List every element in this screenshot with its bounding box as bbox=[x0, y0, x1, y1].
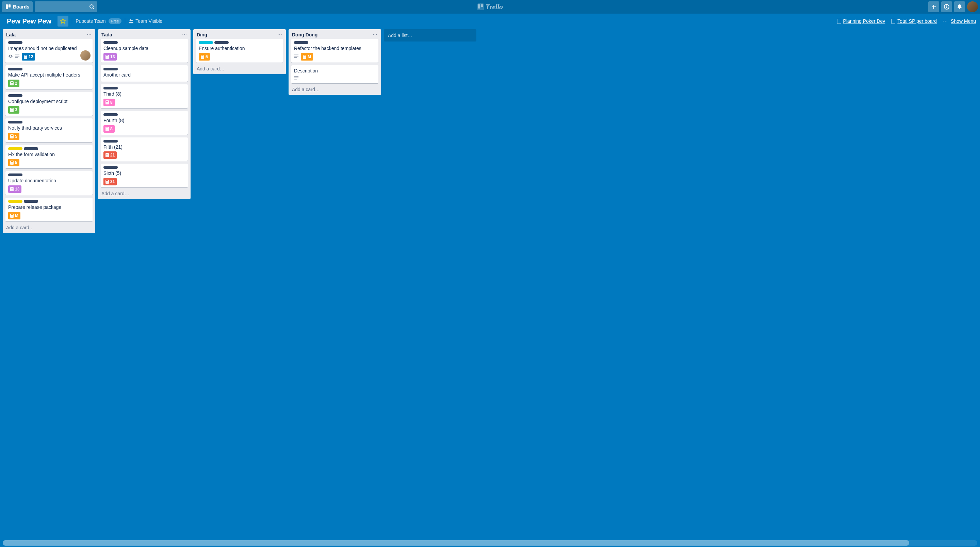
board-canvas[interactable]: Lala⋯Images should not be duplicated12Ma… bbox=[0, 29, 980, 540]
label-black[interactable] bbox=[8, 94, 22, 97]
card[interactable]: Another card bbox=[101, 65, 188, 82]
powerup-planning-poker[interactable]: Planning Poker Dev bbox=[837, 18, 885, 24]
info-button[interactable] bbox=[941, 2, 952, 12]
card[interactable]: Fix the form validation5 bbox=[5, 145, 92, 169]
avatar[interactable] bbox=[967, 2, 978, 12]
scrollbar-thumb[interactable] bbox=[3, 540, 909, 545]
list-header: Dong Dong⋯ bbox=[288, 29, 381, 39]
board-bar-right: Planning Poker Dev Total SP per board ⋯ … bbox=[837, 18, 976, 24]
board-name[interactable]: Pew Pew Pew bbox=[4, 17, 54, 26]
card[interactable]: Third (8)8 bbox=[101, 84, 188, 108]
svg-rect-11 bbox=[946, 6, 947, 8]
storypoint-badge: 3 bbox=[8, 106, 19, 114]
list-menu-button[interactable]: ⋯ bbox=[87, 32, 92, 37]
label-black[interactable] bbox=[8, 41, 22, 44]
list-title[interactable]: Lala bbox=[6, 32, 87, 37]
card[interactable]: Fourth (8)8 bbox=[101, 111, 188, 135]
team-label[interactable]: Pupcats Team Free bbox=[76, 18, 121, 24]
svg-rect-21 bbox=[10, 81, 14, 85]
list-title[interactable]: Tada bbox=[102, 32, 182, 37]
add-card-button[interactable]: Add a card… bbox=[288, 84, 381, 95]
svg-rect-6 bbox=[481, 5, 483, 7]
label-yellow[interactable] bbox=[8, 147, 22, 150]
card-badges: 8 bbox=[103, 99, 185, 106]
label-black[interactable] bbox=[294, 41, 308, 44]
powerup-total-sp[interactable]: Total SP per board bbox=[891, 18, 937, 24]
storypoint-badge: 8 bbox=[103, 99, 115, 106]
list-menu-button[interactable]: ⋯ bbox=[182, 32, 187, 37]
boards-label: Boards bbox=[13, 4, 29, 10]
card[interactable]: Description bbox=[291, 65, 379, 83]
header-left: Boards bbox=[2, 2, 97, 12]
card[interactable]: Sixth (5)21 bbox=[101, 164, 188, 188]
card-title: Sixth (5) bbox=[103, 170, 185, 177]
list-menu-button[interactable]: ⋯ bbox=[277, 32, 282, 37]
visibility-button[interactable]: Team Visible bbox=[129, 18, 162, 24]
card-icon bbox=[10, 214, 14, 218]
svg-rect-8 bbox=[932, 6, 936, 7]
card-badges: 21 bbox=[103, 151, 185, 159]
add-card-button[interactable]: Add a card… bbox=[3, 222, 95, 233]
card[interactable]: Cleanup sample data13 bbox=[101, 39, 188, 63]
storypoint-badge: 5 bbox=[8, 133, 19, 140]
add-list-button[interactable]: Add a list… bbox=[384, 29, 476, 41]
card[interactable]: Make API accept multiple headers2 bbox=[5, 65, 92, 89]
star-button[interactable] bbox=[57, 16, 68, 27]
svg-rect-25 bbox=[10, 134, 14, 138]
card[interactable]: Prepare release packageM bbox=[5, 198, 92, 221]
card-labels bbox=[103, 166, 185, 169]
label-black[interactable] bbox=[103, 87, 118, 89]
card-icon bbox=[201, 55, 204, 59]
list-title[interactable]: Ding bbox=[197, 32, 277, 37]
trello-logo[interactable]: Trello bbox=[477, 2, 503, 11]
label-black[interactable] bbox=[103, 68, 118, 70]
card[interactable]: Ensure authentication5 bbox=[196, 39, 283, 63]
badge-text: 8 bbox=[110, 100, 113, 105]
label-black[interactable] bbox=[8, 121, 22, 124]
boards-button[interactable]: Boards bbox=[2, 2, 33, 12]
horizontal-scrollbar[interactable] bbox=[3, 540, 977, 545]
label-black[interactable] bbox=[103, 113, 118, 116]
card[interactable]: Update documentation13 bbox=[5, 171, 92, 195]
svg-rect-41 bbox=[105, 180, 109, 184]
card-title: Fix the form validation bbox=[8, 151, 90, 158]
add-card-button[interactable]: Add a card… bbox=[98, 188, 191, 199]
label-black[interactable] bbox=[103, 166, 118, 169]
ellipsis-icon: ⋯ bbox=[943, 18, 948, 24]
create-button[interactable] bbox=[928, 2, 939, 12]
card[interactable]: Configure deployment script3 bbox=[5, 92, 92, 116]
svg-rect-30 bbox=[11, 188, 13, 188]
notifications-button[interactable] bbox=[954, 2, 965, 12]
card-icon bbox=[10, 187, 14, 191]
svg-rect-31 bbox=[10, 214, 14, 218]
svg-rect-29 bbox=[10, 187, 14, 191]
list-menu-button[interactable]: ⋯ bbox=[372, 32, 378, 37]
card-icon bbox=[10, 134, 14, 138]
label-black[interactable] bbox=[8, 173, 22, 176]
list: Ding⋯Ensure authentication5Add a card… bbox=[193, 29, 286, 74]
member-avatar[interactable] bbox=[80, 50, 91, 60]
label-black[interactable] bbox=[8, 68, 22, 70]
label-sky[interactable] bbox=[199, 41, 213, 44]
card-labels bbox=[103, 87, 185, 89]
show-menu-button[interactable]: Show Menu bbox=[951, 18, 976, 24]
svg-rect-27 bbox=[10, 161, 14, 165]
add-card-button[interactable]: Add a card… bbox=[193, 63, 286, 74]
card-badges: 5 bbox=[199, 53, 280, 60]
label-black[interactable] bbox=[24, 200, 38, 203]
search-input[interactable] bbox=[35, 2, 97, 12]
label-black[interactable] bbox=[103, 140, 118, 143]
label-yellow[interactable] bbox=[8, 200, 22, 203]
label-black[interactable] bbox=[103, 41, 118, 44]
label-black[interactable] bbox=[215, 41, 229, 44]
storypoint-badge: 21 bbox=[103, 151, 117, 159]
list-title[interactable]: Dong Dong bbox=[292, 32, 372, 37]
card-icon bbox=[105, 55, 109, 59]
card[interactable]: Notify third-party services5 bbox=[5, 118, 92, 142]
card[interactable]: Fifth (21)21 bbox=[101, 137, 188, 161]
card[interactable]: Images should not be duplicated12 bbox=[5, 39, 92, 63]
svg-rect-23 bbox=[10, 108, 14, 112]
card[interactable]: Refactor the backend templatesM bbox=[291, 39, 379, 63]
svg-rect-42 bbox=[106, 180, 108, 181]
label-black[interactable] bbox=[24, 147, 38, 150]
